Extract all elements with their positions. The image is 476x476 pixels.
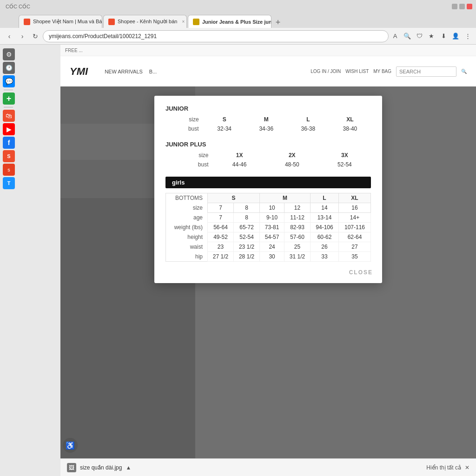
- sidebar-divider2: [4, 107, 13, 107]
- tiki-icon[interactable]: T: [3, 177, 15, 189]
- tab-shopee-seller[interactable]: Shopee - Kênh Người bán ×: [103, 15, 187, 28]
- jp-size-header: size: [165, 151, 213, 160]
- title-bar: CỐC CỐC: [0, 0, 476, 13]
- junior-label: JUNIOR: [165, 105, 371, 112]
- more-icon[interactable]: ⋮: [463, 32, 472, 41]
- age-13-14: 13-14: [311, 213, 339, 223]
- junior-l-header: L: [287, 115, 329, 124]
- bottoms-size-label: size: [166, 203, 208, 213]
- age-7: 7: [208, 213, 234, 223]
- plus-icon[interactable]: +: [3, 93, 15, 105]
- hip-label: hip: [166, 252, 208, 262]
- minimize-btn[interactable]: [452, 4, 457, 9]
- waist-10: 24: [260, 242, 284, 252]
- messenger-icon[interactable]: 💬: [3, 75, 15, 87]
- shopee2-icon[interactable]: S: [3, 150, 15, 162]
- junior-bust-s: 32-34: [204, 124, 245, 133]
- hip-12: 31 1/2: [284, 252, 311, 262]
- security-icon[interactable]: 🛡: [415, 32, 424, 41]
- bottoms-label: BOTTOMS: [175, 195, 203, 201]
- bookmark-icon[interactable]: ★: [427, 32, 436, 41]
- tab-label-shopee: Shopee Việt Nam | Mua và Bán T...: [33, 19, 102, 25]
- weight-16: 107-116: [338, 223, 370, 232]
- youtube-icon[interactable]: ▶: [3, 123, 15, 135]
- ymi-top-bar-text: FREE ...: [65, 48, 83, 53]
- history-icon[interactable]: 🕐: [3, 62, 15, 74]
- back-button[interactable]: ‹: [4, 31, 15, 42]
- bottoms-subsection: BOTTOMS S M L XL size 7 8 10 12: [165, 193, 371, 262]
- accessibility-icon: ♿: [66, 441, 75, 450]
- maximize-btn[interactable]: [459, 4, 465, 9]
- sidebar-divider: [4, 90, 13, 90]
- junior-s-header: S: [204, 115, 245, 124]
- download-bar: 🖼 size quần dài.jpg ▲ Hiển thị tất cả ✕: [60, 458, 476, 476]
- modal-overlay: JUNIOR size S M L XL bust 32-34 34-36: [60, 86, 476, 462]
- age-label: age: [166, 213, 208, 223]
- bag-link[interactable]: MY BAG: [373, 69, 391, 74]
- bottoms-s-group: S: [208, 193, 260, 203]
- tab-add-button[interactable]: +: [272, 17, 284, 28]
- nav-bar: ‹ › ↻ ymijeans.com/ProductDetail/1000212…: [0, 28, 476, 45]
- weight-12: 82-93: [284, 223, 311, 232]
- hip-16: 35: [338, 252, 370, 262]
- waist-12: 25: [284, 242, 311, 252]
- size-16: 16: [338, 203, 370, 213]
- hip-8: 28 1/2: [234, 252, 260, 262]
- tab-close-shopee-seller[interactable]: ×: [182, 19, 185, 24]
- hip-14: 33: [311, 252, 339, 262]
- ymi-header: FREE ... YMI NEW ARRIVALS B... LOG IN / …: [60, 45, 476, 86]
- search-input[interactable]: [396, 66, 456, 77]
- junior-plus-table: size 1X 2X 3X bust 44-46 48-50 52-54: [165, 151, 371, 169]
- bottoms-xl-header: XL: [338, 193, 370, 203]
- address-bar[interactable]: ymijeans.com/ProductDetail/1000212_1291: [43, 30, 389, 42]
- tab-shopee[interactable]: Shopee Việt Nam | Mua và Bán T... ×: [19, 15, 102, 28]
- size-8: 8: [234, 203, 260, 213]
- bottoms-m-group: M: [260, 193, 311, 203]
- shopee-icon[interactable]: 🛍: [3, 110, 15, 122]
- size-7: 7: [208, 203, 234, 213]
- weight-14: 94-106: [311, 223, 339, 232]
- hip-10: 30: [260, 252, 284, 262]
- height-10: 54-57: [260, 232, 284, 242]
- tab-favicon-ymi: [193, 19, 199, 25]
- waist-7: 23: [208, 242, 234, 252]
- tab-ymi[interactable]: Junior Jeans & Plus Size junior Je... ×: [188, 15, 271, 28]
- settings-icon[interactable]: ⚙: [3, 48, 15, 60]
- height-7: 49-52: [208, 232, 234, 242]
- forward-button[interactable]: ›: [17, 31, 28, 42]
- age-9-10: 9-10: [260, 213, 284, 223]
- show-all-label[interactable]: Hiển thị tất cả: [426, 464, 461, 471]
- height-label: height: [166, 232, 208, 242]
- facebook-icon[interactable]: f: [3, 137, 15, 149]
- modal-close-button[interactable]: CLOSE: [349, 269, 373, 276]
- tab-favicon-shopee: [24, 19, 30, 25]
- junior-plus-label: JUNIOR PLUS: [165, 141, 371, 148]
- junior-bust-xl: 38-40: [329, 124, 371, 133]
- weight-8: 65-72: [234, 223, 260, 232]
- account-icon[interactable]: 👤: [451, 32, 460, 41]
- download-icon[interactable]: ⬇: [439, 32, 448, 41]
- nav-link-new-arrivals[interactable]: NEW ARRIVALS: [105, 69, 143, 74]
- login-link[interactable]: LOG IN / JOIN: [311, 69, 341, 74]
- jp-bust-1x: 44-46: [213, 160, 266, 169]
- sendo-icon[interactable]: s: [3, 164, 15, 176]
- close-btn[interactable]: [467, 4, 472, 9]
- download-expand-arrow[interactable]: ▲: [126, 464, 131, 471]
- tab-favicon-shopee-seller: [108, 19, 115, 25]
- tab-bar: Shopee Việt Nam | Mua và Bán T... × Shop…: [0, 13, 476, 28]
- download-file-name: size quần dài.jpg: [80, 464, 122, 471]
- junior-size-header: size: [165, 115, 204, 124]
- height-12: 57-60: [284, 232, 311, 242]
- accessibility-button[interactable]: ♿: [63, 438, 78, 453]
- jp-2x-header: 2X: [266, 151, 318, 160]
- close-download-bar-icon[interactable]: ✕: [465, 464, 469, 471]
- height-8: 52-54: [234, 232, 260, 242]
- ymi-right: LOG IN / JOIN WISH LIST MY BAG 🔍: [311, 66, 467, 77]
- search-icon[interactable]: 🔍: [461, 69, 467, 74]
- refresh-button[interactable]: ↻: [30, 31, 41, 42]
- ymi-logo[interactable]: YMI: [70, 66, 88, 78]
- wishlist-link[interactable]: WISH LIST: [345, 69, 369, 74]
- translate-icon[interactable]: A: [390, 32, 400, 41]
- nav-link-b[interactable]: B...: [149, 69, 157, 74]
- zoom-icon[interactable]: 🔍: [403, 32, 412, 41]
